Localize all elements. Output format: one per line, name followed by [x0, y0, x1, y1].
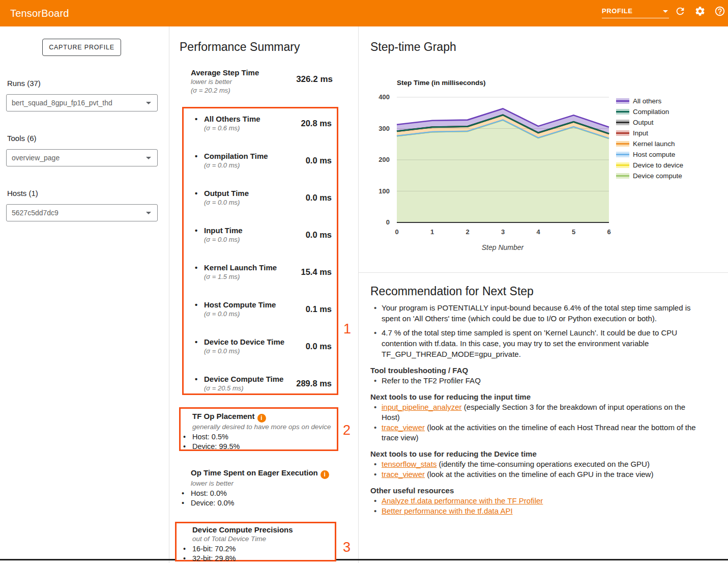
runs-select[interactable]: bert_squad_8gpu_fp16_pvt_thd [6, 94, 158, 111]
legend-label: Input [633, 129, 648, 137]
legend-swatch [616, 141, 629, 147]
stat-item: Device: 99.5% [181, 442, 337, 452]
y-tick-label: 400 [369, 93, 390, 101]
chevron-down-icon [663, 10, 668, 13]
recommendation-text: (look at the activities on the timeline … [425, 470, 653, 478]
hosts-select-value: 5627c5dd7dc9 [12, 209, 59, 217]
recommendation-item: tensorflow_stats (identify the time-cons… [382, 459, 725, 469]
summary-item-value: 289.8 ms [296, 379, 332, 388]
recommendation-subhead: Other useful resources [370, 486, 725, 495]
recommendation-text: Refer to the TF2 Profiler FAQ [382, 376, 481, 385]
average-step-time: Average Step Time lower is better (σ = 2… [191, 68, 333, 95]
step-time-graph-title: Step-time Graph [370, 40, 456, 54]
summary-item-value: 20.8 ms [301, 119, 332, 128]
summary-item-label: Compilation Time [204, 152, 306, 161]
recommendation-section: Recommendation for Next Step Your progra… [361, 278, 725, 516]
info-icon[interactable]: i [257, 414, 266, 423]
summary-item-label: Device to Device Time [204, 337, 306, 347]
step-time-chart[interactable] [397, 97, 609, 224]
chart-legend: All othersCompilationOutputInputKernel l… [616, 96, 683, 181]
legend-swatch [616, 162, 629, 168]
average-step-time-sigma: (σ = 20.2 ms) [191, 86, 259, 95]
bullet-icon: • [195, 375, 204, 384]
recommendation-link[interactable]: tensorflow_stats [382, 460, 436, 468]
summary-item: •Compilation Time(σ = 0.0 ms)0.0 ms [195, 152, 332, 170]
average-step-time-label: Average Step Time [191, 68, 259, 77]
summary-item: •Device to Device Time(σ = 0.0 ms)0.0 ms [195, 337, 332, 355]
recommendation-link[interactable]: Analyze tf.data performance with the TF … [382, 496, 543, 505]
annotation-number-2: 2 [343, 423, 351, 438]
legend-label: Device compute [633, 172, 682, 180]
legend-item: Device compute [616, 171, 683, 181]
summary-item-sigma: (σ = 0.0 ms) [204, 161, 306, 170]
recommendation-link[interactable]: trace_viewer [382, 423, 425, 432]
bullet-icon: • [195, 226, 204, 235]
dashboard-select[interactable]: PROFILE [602, 5, 669, 18]
recommendation-item: Refer to the TF2 Profiler FAQ [382, 376, 725, 386]
chevron-down-icon [146, 102, 151, 104]
chart-axis-title: Step Time (in milliseconds) [397, 79, 486, 87]
recommendation-item: trace_viewer (look at the activities on … [382, 423, 725, 443]
legend-label: Device to device [633, 161, 683, 169]
summary-item-value: 15.4 ms [301, 267, 332, 277]
summary-item-sigma: (σ = 0.0 ms) [204, 347, 306, 355]
x-tick-label: 4 [528, 228, 548, 236]
tf-op-placement-list: Host: 0.5%Device: 99.5% [181, 432, 337, 451]
legend-item: Output [616, 117, 683, 128]
eager-execution-block: Op Time Spent on Eager Executioni lower … [179, 468, 338, 508]
legend-swatch [616, 98, 629, 104]
hosts-select[interactable]: 5627c5dd7dc9 [6, 204, 158, 221]
x-tick-label: 5 [564, 228, 584, 236]
recommendation-link[interactable]: Better performance with the tf.data API [382, 506, 513, 515]
legend-swatch [616, 130, 629, 136]
recommendation-subhead: Next tools to use for reducing the input… [370, 392, 725, 401]
help-button[interactable] [714, 6, 725, 17]
legend-item: Compilation [616, 106, 683, 117]
device-precision-title: Device Compute Precisions [192, 525, 335, 534]
tf-op-placement-sub: generally desired to have more ops on de… [192, 423, 337, 431]
summary-item: •Device Compute Time(σ = 20.5 ms)289.8 m… [195, 375, 332, 392]
legend-item: Device to device [616, 160, 683, 171]
summary-item-label: Output Time [204, 189, 306, 198]
bullet-icon: • [195, 189, 204, 198]
tools-label: Tools (6) [7, 134, 37, 143]
runs-select-value: bert_squad_8gpu_fp16_pvt_thd [12, 99, 112, 107]
stat-item: Host: 0.5% [181, 432, 337, 442]
recommendation-item: Better performance with the tf.data API [382, 506, 725, 516]
settings-button[interactable] [694, 6, 706, 17]
y-tick-label: 0 [369, 218, 390, 226]
chevron-down-icon [146, 157, 151, 159]
stat-item: 32-bit: 29.8% [181, 554, 335, 563]
gear-icon [694, 6, 706, 17]
recommendation-text: (identify the time-consuming operations … [436, 460, 650, 468]
performance-summary-title: Performance Summary [180, 40, 300, 54]
recommendation-link[interactable]: input_pipeline_analyzer [382, 403, 462, 411]
x-tick-label: 6 [599, 228, 619, 236]
stat-item: Device: 0.0% [179, 498, 338, 508]
capture-profile-button[interactable]: CAPTURE PROFILE [42, 39, 121, 56]
legend-swatch [616, 120, 629, 125]
recommendation-item: trace_viewer (look at the activities on … [382, 469, 725, 480]
legend-swatch [616, 173, 629, 179]
summary-item-label: All Others Time [204, 115, 301, 124]
bullet-icon: • [195, 337, 204, 347]
bullet-icon: • [195, 152, 204, 161]
refresh-button[interactable] [675, 6, 686, 17]
divider-sidebar [169, 26, 169, 563]
x-tick-label: 2 [457, 228, 478, 236]
average-step-time-value: 326.2 ms [296, 74, 333, 85]
hosts-label: Hosts (1) [7, 189, 38, 198]
tensorboard-app: TensorBoard PROFILE CAPTURE PROFILE Runs… [0, 0, 728, 563]
summary-item-value: 0.0 ms [306, 156, 332, 165]
recommendation-item: input_pipeline_analyzer (especially Sect… [382, 402, 725, 423]
tools-select[interactable]: overview_page [6, 149, 158, 166]
tf-op-placement-block: TF Op Placementi generally desired to ha… [179, 407, 338, 451]
stat-item: 16-bit: 70.2% [181, 544, 335, 554]
average-step-time-sub: lower is better [191, 77, 259, 86]
legend-item: All others [616, 96, 683, 106]
page-bottom-border [336, 559, 728, 560]
recommendation-subhead: Next tools to use for reducing the Devic… [370, 449, 725, 458]
recommendation-link[interactable]: trace_viewer [382, 470, 425, 478]
refresh-icon [675, 6, 686, 17]
info-icon[interactable]: i [321, 470, 329, 479]
